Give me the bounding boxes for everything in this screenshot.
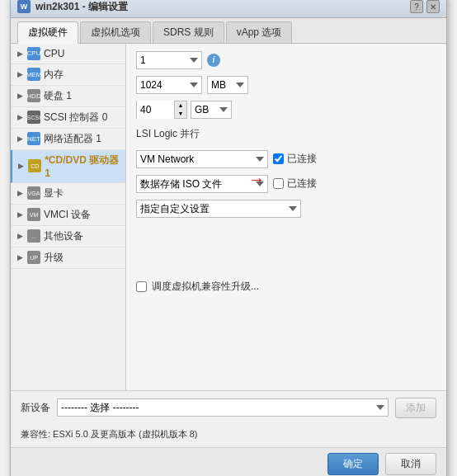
expand-arrow-display: ▶ bbox=[16, 189, 24, 197]
scsi-row: LSI Logic 并行 bbox=[136, 125, 436, 144]
cd-connected-wrap: 已连接 → bbox=[273, 177, 317, 191]
content-area: ▶ CPU CPU ▶ MEM 内存 ▶ HDD 硬盘 1 ▶ SCSI SCS… bbox=[11, 44, 446, 390]
scsi-icon: SCSI bbox=[27, 111, 40, 124]
other-icon: ... bbox=[27, 229, 40, 243]
expand-arrow-cd: ▶ bbox=[17, 162, 25, 170]
hdd-spinner-buttons: ▲ ▼ bbox=[174, 101, 186, 118]
cpu-select[interactable]: 1 2 4 bbox=[136, 51, 202, 69]
window-icon: W bbox=[17, 0, 31, 13]
net-connected-label: 已连接 bbox=[287, 152, 317, 166]
expand-arrow-scsi: ▶ bbox=[16, 113, 24, 121]
sidebar-item-cpu[interactable]: ▶ CPU CPU bbox=[11, 44, 125, 64]
compat-text: 兼容性: ESXi 5.0 及更高版本 (虚拟机版本 8) bbox=[21, 428, 198, 441]
mem-unit-select[interactable]: MB bbox=[207, 76, 248, 94]
tabs-bar: 虚拟硬件 虚拟机选项 SDRS 规则 vApp 选项 bbox=[11, 18, 446, 44]
titlebar-left: W win2k301 - 编辑设置 bbox=[17, 0, 128, 14]
expand-arrow-mem: ▶ bbox=[16, 70, 24, 78]
hdd-icon: HDD bbox=[27, 89, 40, 102]
cd-row: 数据存储 ISO 文件 主机设备 客户端设备 已连接 → bbox=[136, 174, 436, 194]
compat-row: 兼容性: ESXi 5.0 及更高版本 (虚拟机版本 8) bbox=[11, 425, 446, 447]
main-window: W win2k301 - 编辑设置 ? ✕ 虚拟硬件 虚拟机选项 SDRS 规则… bbox=[10, 0, 447, 476]
sidebar-label-net: 网络适配器 1 bbox=[44, 132, 101, 146]
window-title: win2k301 - 编辑设置 bbox=[35, 0, 128, 14]
sidebar-item-other[interactable]: ▶ ... 其他设备 bbox=[11, 226, 125, 247]
upgrade-checkbox-row: 调度虚拟机兼容性升级... bbox=[136, 273, 436, 300]
mem-icon: MEM bbox=[27, 68, 40, 81]
add-button[interactable]: 添加 bbox=[395, 398, 436, 418]
tab-vm-options[interactable]: 虚拟机选项 bbox=[80, 21, 151, 43]
cd-connected-label: 已连接 bbox=[287, 177, 317, 191]
sidebar: ▶ CPU CPU ▶ MEM 内存 ▶ HDD 硬盘 1 ▶ SCSI SCS… bbox=[11, 44, 126, 390]
net-connected-wrap: 已连接 bbox=[273, 152, 317, 166]
expand-arrow-hdd: ▶ bbox=[16, 92, 24, 100]
hdd-unit-select[interactable]: GB MB bbox=[191, 101, 232, 119]
cpu-icon: CPU bbox=[27, 47, 40, 60]
net-select[interactable]: VM Network VA Network bbox=[136, 150, 268, 168]
new-device-row: 新设备 -------- 选择 -------- 添加 bbox=[11, 391, 446, 425]
hdd-value-input[interactable] bbox=[137, 101, 174, 119]
scsi-label: LSI Logic 并行 bbox=[136, 127, 200, 141]
sidebar-item-net[interactable]: ▶ NET 网络适配器 1 bbox=[11, 129, 125, 150]
cd-connected-checkbox[interactable] bbox=[273, 178, 284, 189]
expand-arrow-cpu: ▶ bbox=[16, 49, 24, 58]
mem-row: 1024 512 2048 MB bbox=[136, 75, 436, 95]
sidebar-item-upgrade[interactable]: ▶ UP 升级 bbox=[11, 247, 125, 269]
cd-icon: CD bbox=[28, 159, 41, 172]
hdd-decrement-button[interactable]: ▼ bbox=[175, 110, 186, 118]
hdd-spinner: ▲ ▼ bbox=[136, 101, 187, 119]
tab-virtual-hardware[interactable]: 虚拟硬件 bbox=[17, 21, 78, 44]
net-row: VM Network VA Network 已连接 bbox=[136, 149, 436, 169]
tab-sdrs[interactable]: SDRS 规则 bbox=[153, 21, 224, 43]
cd-select[interactable]: 数据存储 ISO 文件 主机设备 客户端设备 bbox=[136, 175, 268, 193]
sidebar-label-vmci: VMCI 设备 bbox=[44, 208, 91, 222]
new-device-label: 新设备 bbox=[21, 401, 50, 415]
upgrade-label: 调度虚拟机兼容性升级... bbox=[152, 280, 259, 294]
tab-vapp[interactable]: vApp 选项 bbox=[226, 21, 293, 43]
expand-arrow-net: ▶ bbox=[16, 134, 24, 143]
cpu-info-icon[interactable]: i bbox=[207, 54, 220, 67]
footer-buttons: 确定 取消 bbox=[11, 447, 446, 477]
net-icon: NET bbox=[27, 132, 40, 145]
display-icon: VGA bbox=[27, 186, 40, 200]
other-row bbox=[136, 248, 436, 268]
sidebar-label-scsi: SCSI 控制器 0 bbox=[44, 111, 107, 125]
ok-button[interactable]: 确定 bbox=[327, 453, 379, 475]
hdd-increment-button[interactable]: ▲ bbox=[175, 101, 186, 110]
sidebar-label-mem: 内存 bbox=[44, 68, 64, 82]
expand-arrow-vmci: ▶ bbox=[16, 210, 24, 219]
sidebar-label-other: 其他设备 bbox=[44, 229, 83, 243]
main-panel: 1 2 4 i 1024 512 2048 MB bbox=[126, 44, 446, 390]
vmci-row bbox=[136, 224, 436, 243]
sidebar-item-hdd[interactable]: ▶ HDD 硬盘 1 bbox=[11, 86, 125, 107]
expand-arrow-other: ▶ bbox=[16, 232, 24, 240]
close-button[interactable]: ✕ bbox=[426, 0, 440, 13]
sidebar-label-hdd: 硬盘 1 bbox=[44, 89, 72, 103]
bottom-section: 新设备 -------- 选择 -------- 添加 兼容性: ESXi 5.… bbox=[11, 390, 446, 447]
sidebar-item-display[interactable]: ▶ VGA 显卡 bbox=[11, 183, 125, 205]
sidebar-item-cd[interactable]: ▶ CD *CD/DVD 驱动器 1 bbox=[11, 150, 125, 183]
new-device-select[interactable]: -------- 选择 -------- bbox=[57, 398, 389, 417]
sidebar-label-upgrade: 升级 bbox=[44, 251, 64, 265]
titlebar: W win2k301 - 编辑设置 ? ✕ bbox=[11, 0, 446, 18]
display-select[interactable]: 指定自定义设置 bbox=[136, 200, 301, 218]
sidebar-label-cpu: CPU bbox=[44, 48, 64, 59]
display-row: 指定自定义设置 bbox=[136, 199, 436, 219]
hdd-row: ▲ ▼ GB MB bbox=[136, 100, 436, 120]
vmci-icon: VM bbox=[27, 208, 40, 221]
sidebar-item-vmci[interactable]: ▶ VM VMCI 设备 bbox=[11, 205, 125, 226]
sidebar-label-display: 显卡 bbox=[44, 186, 64, 200]
net-connected-checkbox[interactable] bbox=[273, 153, 284, 164]
upgrade-icon: UP bbox=[27, 251, 40, 264]
help-button[interactable]: ? bbox=[410, 0, 423, 13]
upgrade-checkbox[interactable] bbox=[136, 281, 147, 292]
sidebar-label-cd: *CD/DVD 驱动器 1 bbox=[45, 153, 120, 179]
sidebar-item-scsi[interactable]: ▶ SCSI SCSI 控制器 0 bbox=[11, 107, 125, 129]
mem-value-select[interactable]: 1024 512 2048 bbox=[136, 76, 202, 94]
cancel-button[interactable]: 取消 bbox=[385, 453, 436, 475]
expand-arrow-upgrade: ▶ bbox=[16, 253, 24, 262]
titlebar-controls: ? ✕ bbox=[410, 0, 440, 13]
sidebar-item-mem[interactable]: ▶ MEM 内存 bbox=[11, 64, 125, 86]
cpu-row: 1 2 4 i bbox=[136, 50, 436, 70]
